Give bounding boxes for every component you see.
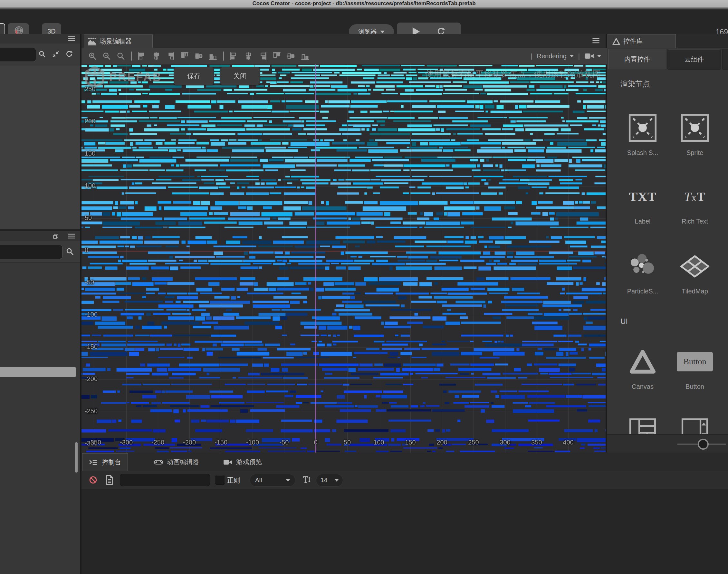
align-bottom-icon[interactable] <box>208 51 218 61</box>
distribute-left-icon[interactable] <box>229 51 239 61</box>
viewport-hint-text: 使用鼠标右键平移视窗焦点，使用滚轮缩放视图 <box>425 68 601 80</box>
widget-item-scrollview-icon[interactable] <box>671 413 719 434</box>
sprite-icon <box>671 112 719 144</box>
assets-search-input[interactable] <box>0 245 63 259</box>
scrollbar-thumb[interactable] <box>75 442 78 473</box>
rendering-label: Rendering <box>537 52 567 60</box>
camera-icon <box>584 52 594 59</box>
tab-cloud-components[interactable]: 云组件 <box>668 49 721 70</box>
font-size-dropdown[interactable]: 14 <box>316 474 343 487</box>
chevron-down-icon <box>286 479 290 482</box>
tab-builtin-widgets[interactable]: 内置控件 <box>608 49 666 69</box>
regex-label: 正则 <box>227 476 240 485</box>
align-center-v-icon[interactable] <box>151 51 161 61</box>
widget-grid: 渲染节点Splash S...SpriteTXTLabelTxTRich Tex… <box>607 69 728 434</box>
tiledmap-icon <box>671 250 719 283</box>
assets-tree-area[interactable] <box>0 262 80 574</box>
widget-item-button[interactable]: ButtonButton <box>671 345 719 391</box>
toolbar-separator <box>223 51 224 60</box>
widget-section-title: 渲染节点 <box>620 79 650 89</box>
collapse-icon[interactable] <box>51 50 59 58</box>
triangle-icon <box>612 38 620 45</box>
distribute-middle-icon[interactable] <box>286 51 296 61</box>
scrollview-icon <box>671 413 719 434</box>
widget-library-panel: 控件库 内置控件 云组件 渲染节点Splash S...SpriteTXTLab… <box>607 34 728 453</box>
chevron-down-icon <box>335 479 338 482</box>
gamepad-icon <box>154 458 163 467</box>
clear-console-icon[interactable] <box>89 476 97 485</box>
chevron-down-icon <box>570 55 574 57</box>
toolbar-separator <box>131 51 132 60</box>
canvas-icon <box>618 345 667 378</box>
console-icon <box>89 458 98 467</box>
hamburger-icon[interactable] <box>592 38 600 43</box>
align-left-icon[interactable] <box>137 51 147 61</box>
left-panel-column <box>0 34 80 574</box>
distribute-bottom-icon[interactable] <box>300 51 310 61</box>
label-icon: TXT <box>618 180 667 213</box>
console-search-input[interactable] <box>120 474 210 486</box>
console-output-area[interactable] <box>81 489 728 574</box>
widget-item-particles-[interactable]: ParticleS... <box>618 250 667 295</box>
widget-item-label: Button <box>671 383 719 391</box>
align-top-icon[interactable] <box>180 51 190 61</box>
titlebar-divider <box>0 7 728 10</box>
tab-widget-library[interactable]: 控件库 <box>608 34 676 48</box>
prefab-cube-icon <box>85 66 105 89</box>
font-size-value: 14 <box>321 477 327 484</box>
widget-item-label[interactable]: TXTLabel <box>618 180 667 225</box>
widget-section-title: UI <box>620 317 628 326</box>
tab-label: 游戏预览 <box>236 458 262 466</box>
copy-icon[interactable] <box>52 234 59 239</box>
regex-checkbox[interactable] <box>215 475 225 485</box>
tab-label: 控制台 <box>102 458 121 467</box>
scene-viewport[interactable]: PREFAB 保存 关闭 使用鼠标右键平移视窗焦点，使用滚轮缩放视图 25020… <box>81 65 606 453</box>
selected-asset-row[interactable] <box>0 367 76 377</box>
distribute-right-icon[interactable] <box>258 51 267 61</box>
widget-item-layout-icon[interactable] <box>618 413 667 434</box>
hamburger-icon[interactable] <box>68 234 75 239</box>
tab-partial[interactable] <box>722 49 728 70</box>
refresh-icon[interactable] <box>65 50 74 58</box>
save-button-label: 保存 <box>187 72 201 81</box>
tab-console[interactable]: 控制台 <box>82 453 128 471</box>
scene-render-canvas[interactable] <box>81 65 606 453</box>
scene-tab-strip: 场景编辑器 <box>81 34 606 48</box>
hierarchy-search-input[interactable] <box>0 48 36 62</box>
camera-view-dropdown[interactable] <box>584 52 601 59</box>
widget-item-rich-text[interactable]: TxTRich Text <box>671 180 719 225</box>
widget-item-tiledmap[interactable]: TiledMap <box>671 250 719 295</box>
font-size-icon[interactable] <box>302 475 311 484</box>
rendering-dropdown[interactable]: Rendering <box>537 52 574 60</box>
save-button[interactable]: 保存 <box>174 67 214 85</box>
tab-gamepad[interactable]: 动画编辑器 <box>148 453 205 471</box>
align-middle-icon[interactable] <box>194 51 204 61</box>
zoom-in-icon[interactable] <box>88 51 97 61</box>
widget-item-label: Sprite <box>671 149 719 157</box>
icon-size-slider-knob[interactable] <box>698 439 709 450</box>
widget-item-canvas[interactable]: Canvas <box>618 345 667 391</box>
widget-item-splash-s-[interactable]: Splash S... <box>618 112 667 157</box>
scene-editor-panel: 场景编辑器 <box>81 34 606 453</box>
hamburger-icon[interactable] <box>68 36 75 41</box>
tab-scene-editor-label: 场景编辑器 <box>99 37 132 46</box>
console-toolbar: 正则 All 14 <box>81 471 728 489</box>
search-icon[interactable] <box>66 247 74 256</box>
tab-widget-library-label: 控件库 <box>623 37 643 46</box>
close-button[interactable]: 关闭 <box>220 67 260 85</box>
widget-item-label: TiledMap <box>671 288 719 295</box>
distribute-top-icon[interactable] <box>272 51 282 61</box>
widget-item-sprite[interactable]: Sprite <box>671 112 719 157</box>
distribute-center-icon[interactable] <box>244 51 253 61</box>
layout-icon <box>618 413 667 434</box>
log-filter-dropdown[interactable]: All <box>250 474 295 487</box>
particle-system-icon <box>618 250 667 283</box>
search-icon[interactable] <box>38 50 46 58</box>
zoom-out-icon[interactable] <box>102 51 112 61</box>
window-title: Cocos Creator - cocos-project - db://ass… <box>252 0 476 7</box>
zoom-reset-icon[interactable] <box>116 51 126 61</box>
tab-videocam[interactable]: 游戏预览 <box>217 453 268 471</box>
tab-scene-editor[interactable]: 场景编辑器 <box>84 35 153 48</box>
log-file-icon[interactable] <box>105 475 114 485</box>
align-right-icon[interactable] <box>166 51 175 61</box>
